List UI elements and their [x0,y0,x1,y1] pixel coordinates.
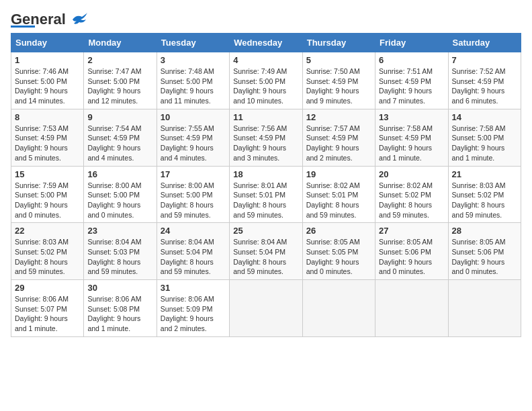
calendar-cell: 23Sunrise: 8:04 AMSunset: 5:03 PMDayligh… [84,223,157,280]
day-info: Sunrise: 7:58 AMSunset: 4:59 PMDaylight:… [379,124,444,163]
day-number: 5 [306,55,371,65]
day-number: 13 [379,112,444,122]
calendar-week-row: 1Sunrise: 7:46 AMSunset: 5:00 PMDaylight… [11,52,521,109]
calendar-cell: 18Sunrise: 8:01 AMSunset: 5:01 PMDayligh… [230,166,302,223]
calendar-cell: 14Sunrise: 7:58 AMSunset: 5:00 PMDayligh… [448,109,521,166]
calendar-cell: 21Sunrise: 8:03 AMSunset: 5:02 PMDayligh… [448,166,521,223]
day-info: Sunrise: 8:04 AMSunset: 5:04 PMDaylight:… [161,237,226,277]
day-info: Sunrise: 8:00 AMSunset: 5:00 PMDaylight:… [87,181,152,220]
day-number: 2 [87,55,152,65]
calendar-cell: 17Sunrise: 8:00 AMSunset: 5:00 PMDayligh… [157,166,229,223]
calendar-week-row: 8Sunrise: 7:53 AMSunset: 4:59 PMDaylight… [11,109,521,166]
day-info: Sunrise: 7:48 AMSunset: 5:00 PMDaylight:… [161,66,226,106]
calendar-cell: 9Sunrise: 7:54 AMSunset: 4:59 PMDaylight… [84,109,157,166]
day-info: Sunrise: 7:55 AMSunset: 4:59 PMDaylight:… [161,124,226,163]
calendar-cell: 27Sunrise: 8:05 AMSunset: 5:06 PMDayligh… [375,223,448,280]
day-number: 19 [306,169,371,179]
day-number: 20 [379,169,444,179]
calendar-header-row: SundayMondayTuesdayWednesdayThursdayFrid… [11,34,521,52]
day-info: Sunrise: 8:04 AMSunset: 5:04 PMDaylight:… [233,237,298,277]
calendar-cell: 22Sunrise: 8:03 AMSunset: 5:02 PMDayligh… [11,223,84,280]
day-number: 31 [161,283,226,293]
calendar-cell: 20Sunrise: 8:02 AMSunset: 5:02 PMDayligh… [375,166,448,223]
weekday-header-wednesday: Wednesday [230,34,302,52]
day-number: 16 [87,169,152,179]
calendar-cell: 6Sunrise: 7:51 AMSunset: 4:59 PMDaylight… [375,52,448,109]
calendar-cell: 8Sunrise: 7:53 AMSunset: 4:59 PMDaylight… [11,109,84,166]
calendar-cell [448,280,521,337]
day-number: 27 [379,226,444,236]
day-number: 29 [15,283,80,293]
calendar-cell: 19Sunrise: 8:02 AMSunset: 5:01 PMDayligh… [302,166,375,223]
calendar-cell: 29Sunrise: 8:06 AMSunset: 5:07 PMDayligh… [11,280,84,337]
calendar-cell: 15Sunrise: 7:59 AMSunset: 5:00 PMDayligh… [11,166,84,223]
day-info: Sunrise: 8:05 AMSunset: 5:06 PMDaylight:… [379,237,444,277]
day-number: 25 [233,226,298,236]
weekday-header-saturday: Saturday [448,34,521,52]
day-number: 3 [161,55,226,65]
calendar-week-row: 15Sunrise: 7:59 AMSunset: 5:00 PMDayligh… [11,166,521,223]
calendar-cell: 25Sunrise: 8:04 AMSunset: 5:04 PMDayligh… [230,223,302,280]
day-number: 24 [161,226,226,236]
day-info: Sunrise: 8:06 AMSunset: 5:08 PMDaylight:… [87,294,152,334]
day-number: 15 [15,169,80,179]
day-number: 22 [15,226,80,236]
day-info: Sunrise: 8:01 AMSunset: 5:01 PMDaylight:… [233,181,298,220]
day-info: Sunrise: 8:03 AMSunset: 5:02 PMDaylight:… [452,181,517,220]
day-number: 18 [233,169,298,179]
day-info: Sunrise: 7:59 AMSunset: 5:00 PMDaylight:… [15,181,80,220]
day-info: Sunrise: 7:47 AMSunset: 5:00 PMDaylight:… [87,66,152,106]
day-info: Sunrise: 8:00 AMSunset: 5:00 PMDaylight:… [161,181,226,220]
calendar-cell: 31Sunrise: 8:06 AMSunset: 5:09 PMDayligh… [157,280,229,337]
day-number: 30 [87,283,152,293]
day-number: 26 [306,226,371,236]
day-info: Sunrise: 7:49 AMSunset: 5:00 PMDaylight:… [233,66,298,106]
calendar-cell: 5Sunrise: 7:50 AMSunset: 4:59 PMDaylight… [302,52,375,109]
day-info: Sunrise: 8:02 AMSunset: 5:01 PMDaylight:… [306,181,371,220]
day-number: 4 [233,55,298,65]
day-info: Sunrise: 7:52 AMSunset: 4:59 PMDaylight:… [452,66,517,106]
day-info: Sunrise: 8:03 AMSunset: 5:02 PMDaylight:… [15,237,80,277]
calendar-cell: 10Sunrise: 7:55 AMSunset: 4:59 PMDayligh… [157,109,229,166]
calendar-cell: 3Sunrise: 7:48 AMSunset: 5:00 PMDaylight… [157,52,229,109]
weekday-header-monday: Monday [84,34,157,52]
calendar-cell [302,280,375,337]
calendar-week-row: 29Sunrise: 8:06 AMSunset: 5:07 PMDayligh… [11,280,521,337]
logo-line [11,26,35,28]
day-number: 1 [15,55,80,65]
page-header: General [11,11,521,28]
calendar-cell: 7Sunrise: 7:52 AMSunset: 4:59 PMDaylight… [448,52,521,109]
day-number: 11 [233,112,298,122]
day-info: Sunrise: 8:02 AMSunset: 5:02 PMDaylight:… [379,181,444,220]
day-number: 23 [87,226,152,236]
day-info: Sunrise: 7:53 AMSunset: 4:59 PMDaylight:… [15,124,80,163]
calendar-cell: 12Sunrise: 7:57 AMSunset: 4:59 PMDayligh… [302,109,375,166]
calendar-cell: 16Sunrise: 8:00 AMSunset: 5:00 PMDayligh… [84,166,157,223]
day-info: Sunrise: 8:05 AMSunset: 5:06 PMDaylight:… [452,237,517,277]
day-info: Sunrise: 7:58 AMSunset: 5:00 PMDaylight:… [452,124,517,163]
day-info: Sunrise: 7:50 AMSunset: 4:59 PMDaylight:… [306,66,371,106]
calendar-cell: 4Sunrise: 7:49 AMSunset: 5:00 PMDaylight… [230,52,302,109]
day-info: Sunrise: 8:06 AMSunset: 5:07 PMDaylight:… [15,294,80,334]
day-info: Sunrise: 7:57 AMSunset: 4:59 PMDaylight:… [306,124,371,163]
calendar-cell [230,280,302,337]
calendar-cell: 1Sunrise: 7:46 AMSunset: 5:00 PMDaylight… [11,52,84,109]
day-number: 12 [306,112,371,122]
day-number: 10 [161,112,226,122]
day-info: Sunrise: 7:54 AMSunset: 4:59 PMDaylight:… [87,124,152,163]
day-info: Sunrise: 7:46 AMSunset: 5:00 PMDaylight:… [15,66,80,106]
day-number: 9 [87,112,152,122]
weekday-header-friday: Friday [375,34,448,52]
weekday-header-tuesday: Tuesday [157,34,229,52]
day-info: Sunrise: 7:51 AMSunset: 4:59 PMDaylight:… [379,66,444,106]
day-info: Sunrise: 8:04 AMSunset: 5:03 PMDaylight:… [87,237,152,277]
day-info: Sunrise: 8:05 AMSunset: 5:05 PMDaylight:… [306,237,371,277]
logo-bird-icon [67,11,89,28]
day-number: 17 [161,169,226,179]
calendar-table: SundayMondayTuesdayWednesdayThursdayFrid… [11,33,521,337]
calendar-cell [375,280,448,337]
calendar-cell: 24Sunrise: 8:04 AMSunset: 5:04 PMDayligh… [157,223,229,280]
calendar-cell: 26Sunrise: 8:05 AMSunset: 5:05 PMDayligh… [302,223,375,280]
day-number: 28 [452,226,517,236]
calendar-cell: 11Sunrise: 7:56 AMSunset: 4:59 PMDayligh… [230,109,302,166]
